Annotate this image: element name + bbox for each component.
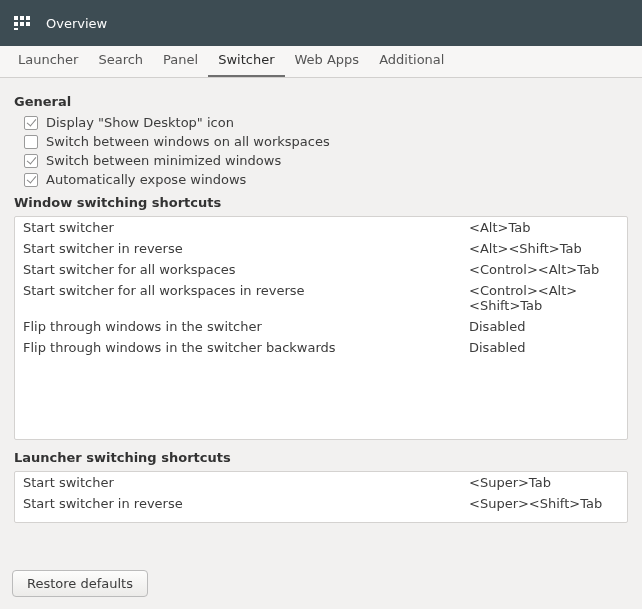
content: General Display "Show Desktop" icon Swit…	[0, 78, 642, 560]
shortcut-value: <Alt><Shift>Tab	[469, 241, 619, 256]
svg-rect-2	[26, 16, 30, 20]
option-auto-expose[interactable]: Automatically expose windows	[14, 170, 628, 189]
tab-additional[interactable]: Additional	[369, 46, 454, 77]
shortcut-value: <Super><Shift>Tab	[469, 496, 619, 511]
svg-rect-3	[14, 22, 18, 26]
option-show-desktop-icon[interactable]: Display "Show Desktop" icon	[14, 113, 628, 132]
shortcut-row[interactable]: Start switcher <Alt>Tab	[15, 217, 627, 238]
svg-rect-0	[14, 16, 18, 20]
shortcut-value: <Control><Alt>Tab	[469, 262, 619, 277]
page-title: Overview	[46, 16, 107, 31]
tab-search[interactable]: Search	[88, 46, 153, 77]
checkbox-icon[interactable]	[24, 135, 38, 149]
shortcut-label: Start switcher in reverse	[23, 241, 469, 256]
svg-rect-6	[14, 28, 18, 30]
window-shortcuts-title: Window switching shortcuts	[14, 195, 628, 210]
shortcut-row[interactable]: Start switcher in reverse <Alt><Shift>Ta…	[15, 238, 627, 259]
option-label: Switch between minimized windows	[46, 153, 281, 168]
shortcut-row[interactable]: Flip through windows in the switcher Dis…	[15, 316, 627, 337]
window-shortcuts-list: Start switcher <Alt>Tab Start switcher i…	[14, 216, 628, 440]
launcher-shortcuts-list: Start switcher <Super>Tab Start switcher…	[14, 471, 628, 523]
shortcut-label: Start switcher	[23, 220, 469, 235]
tab-bar: Launcher Search Panel Switcher Web Apps …	[0, 46, 642, 78]
shortcut-label: Start switcher for all workspaces	[23, 262, 469, 277]
tab-launcher[interactable]: Launcher	[8, 46, 88, 77]
checkbox-icon[interactable]	[24, 154, 38, 168]
shortcut-label: Flip through windows in the switcher bac…	[23, 340, 469, 355]
option-label: Display "Show Desktop" icon	[46, 115, 234, 130]
shortcut-label: Start switcher in reverse	[23, 496, 469, 511]
tab-switcher[interactable]: Switcher	[208, 46, 284, 77]
checkbox-icon[interactable]	[24, 173, 38, 187]
option-label: Switch between windows on all workspaces	[46, 134, 330, 149]
checkbox-icon[interactable]	[24, 116, 38, 130]
shortcut-value: <Alt>Tab	[469, 220, 619, 235]
header: Overview	[0, 0, 642, 46]
shortcut-row[interactable]: Start switcher in reverse <Super><Shift>…	[15, 493, 627, 514]
shortcut-value: <Control><Alt><Shift>Tab	[469, 283, 619, 313]
svg-rect-5	[26, 22, 30, 26]
grid-icon[interactable]	[14, 16, 32, 30]
option-switch-all-workspaces[interactable]: Switch between windows on all workspaces	[14, 132, 628, 151]
svg-rect-1	[20, 16, 24, 20]
general-section-title: General	[14, 94, 628, 109]
option-label: Automatically expose windows	[46, 172, 246, 187]
shortcut-value: Disabled	[469, 340, 619, 355]
option-switch-minimized[interactable]: Switch between minimized windows	[14, 151, 628, 170]
shortcut-value: <Super>Tab	[469, 475, 619, 490]
launcher-shortcuts-title: Launcher switching shortcuts	[14, 450, 628, 465]
shortcut-row[interactable]: Start switcher for all workspaces in rev…	[15, 280, 627, 316]
shortcut-value: Disabled	[469, 319, 619, 334]
shortcut-label: Flip through windows in the switcher	[23, 319, 469, 334]
shortcut-row[interactable]: Start switcher for all workspaces <Contr…	[15, 259, 627, 280]
restore-defaults-button[interactable]: Restore defaults	[12, 570, 148, 597]
footer: Restore defaults	[0, 560, 642, 609]
shortcut-row[interactable]: Flip through windows in the switcher bac…	[15, 337, 627, 358]
tab-panel[interactable]: Panel	[153, 46, 208, 77]
svg-rect-4	[20, 22, 24, 26]
tab-web-apps[interactable]: Web Apps	[285, 46, 370, 77]
shortcut-label: Start switcher	[23, 475, 469, 490]
shortcut-row[interactable]: Start switcher <Super>Tab	[15, 472, 627, 493]
shortcut-label: Start switcher for all workspaces in rev…	[23, 283, 469, 313]
